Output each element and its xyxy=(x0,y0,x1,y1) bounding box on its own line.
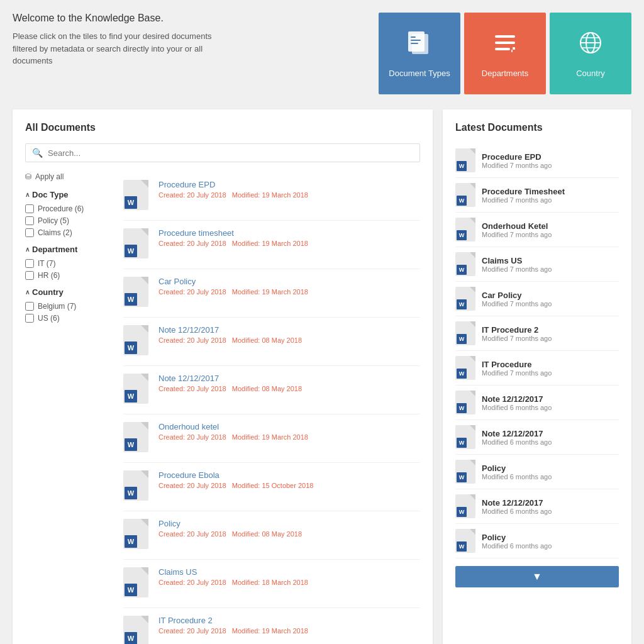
latest-doc-icon: W xyxy=(455,321,475,345)
latest-doc-icon: W xyxy=(455,218,475,242)
filter-group-country: ∧ Country Belgium (7) US (6) xyxy=(25,287,113,323)
filter-it-checkbox[interactable] xyxy=(25,259,34,268)
document-item: W Note 12/12/2017 Created: 20 July 2018 … xyxy=(123,366,420,414)
doc-title[interactable]: Claims US xyxy=(158,567,420,577)
filter-belgium-checkbox[interactable] xyxy=(25,302,34,311)
document-item: W Onderhoud ketel Created: 20 July 2018 … xyxy=(123,414,420,463)
doc-title[interactable]: Procedure EPD xyxy=(158,180,420,189)
latest-doc-meta: Modified 6 months ago xyxy=(482,438,619,446)
doc-details: Claims US Created: 20 July 2018 Modified… xyxy=(158,567,420,586)
latest-word-badge: W xyxy=(457,541,467,552)
latest-word-badge: W xyxy=(457,369,467,379)
country-icon xyxy=(577,29,604,62)
word-badge: W xyxy=(125,196,137,209)
latest-documents-title: Latest Documents xyxy=(455,122,619,133)
filter-us-label: US (6) xyxy=(38,314,60,323)
doc-details: Policy Created: 20 July 2018 Modified: 0… xyxy=(158,519,420,538)
latest-doc-meta: Modified 7 months ago xyxy=(482,335,619,342)
welcome-text: Welcome to the Knowledge Base. Please cl… xyxy=(13,13,214,67)
latest-doc-meta: Modified 7 months ago xyxy=(482,231,619,238)
latest-doc-title[interactable]: Procedure Timesheet xyxy=(482,187,619,196)
doc-file-icon: W xyxy=(123,180,148,210)
doc-meta: Created: 20 July 2018 Modified: 19 March… xyxy=(158,627,420,635)
latest-doc-title[interactable]: Claims US xyxy=(482,256,619,265)
latest-doc-info: Onderhoud Ketel Modified 7 months ago xyxy=(482,221,619,238)
tile-document-types[interactable]: Document Types xyxy=(379,13,460,94)
filter-department-toggle[interactable]: ∧ Department xyxy=(25,245,113,254)
latest-doc-title[interactable]: Car Policy xyxy=(482,291,619,300)
latest-doc-info: Procedure EPD Modified 7 months ago xyxy=(482,152,619,169)
welcome-desc: Please click on the tiles to find your d… xyxy=(13,30,214,67)
doc-title[interactable]: Car Policy xyxy=(158,277,420,286)
latest-doc-title[interactable]: Procedure EPD xyxy=(482,152,619,162)
doc-title[interactable]: Note 12/12/2017 xyxy=(158,374,420,383)
svg-rect-2 xyxy=(411,36,416,38)
search-bar[interactable]: 🔍 xyxy=(25,143,420,162)
latest-doc-title[interactable]: Note 12/12/2017 xyxy=(482,429,619,438)
svg-rect-7 xyxy=(495,48,510,50)
latest-doc-icon: W xyxy=(455,425,475,449)
tile-departments[interactable]: Departments xyxy=(464,13,546,94)
word-badge: W xyxy=(125,487,137,499)
doc-icon-wrapper: W xyxy=(123,277,151,309)
doc-icon-wrapper: W xyxy=(123,422,151,455)
search-input[interactable] xyxy=(48,148,413,158)
doc-title[interactable]: Onderhoud ketel xyxy=(158,422,420,431)
document-item: W Claims US Created: 20 July 2018 Modifi… xyxy=(123,560,420,608)
documents-list: W Procedure EPD Created: 20 July 2018 Mo… xyxy=(123,172,420,644)
doc-title[interactable]: Procedure timesheet xyxy=(158,228,420,238)
latest-doc-title[interactable]: Policy xyxy=(482,533,619,542)
word-badge: W xyxy=(125,245,137,257)
doc-meta: Created: 20 July 2018 Modified: 08 May 2… xyxy=(158,385,420,392)
filter-dept-hr[interactable]: HR (6) xyxy=(25,271,113,280)
filter-doc-type-label: Doc Type xyxy=(32,190,69,199)
svg-rect-6 xyxy=(495,42,515,44)
latest-doc-icon: W xyxy=(455,460,475,484)
latest-doc-item: W Note 12/12/2017 Modified 6 months ago xyxy=(455,489,619,524)
filter-country-toggle[interactable]: ∧ Country xyxy=(25,287,113,297)
latest-doc-meta: Modified 7 months ago xyxy=(482,300,619,308)
latest-doc-title[interactable]: Note 12/12/2017 xyxy=(482,394,619,404)
filter-claims-checkbox[interactable] xyxy=(25,228,34,237)
filter-policy-checkbox[interactable] xyxy=(25,216,34,225)
latest-doc-title[interactable]: Note 12/12/2017 xyxy=(482,498,619,508)
filter-hr-checkbox[interactable] xyxy=(25,271,34,280)
filter-doc-type-claims[interactable]: Claims (2) xyxy=(25,228,113,237)
latest-doc-info: Car Policy Modified 7 months ago xyxy=(482,291,619,308)
latest-doc-icon: W xyxy=(455,391,475,414)
apply-all-label: Apply all xyxy=(35,172,64,181)
latest-doc-title[interactable]: IT Procedure 2 xyxy=(482,325,619,335)
word-badge: W xyxy=(125,438,137,451)
doc-title[interactable]: IT Procedure 2 xyxy=(158,616,420,625)
word-badge: W xyxy=(125,632,137,644)
filter-procedure-label: Procedure (6) xyxy=(38,204,84,213)
latest-doc-meta: Modified 6 months ago xyxy=(482,508,619,515)
doc-file-icon: W xyxy=(123,616,148,644)
latest-doc-info: Claims US Modified 7 months ago xyxy=(482,256,619,273)
doc-file-icon: W xyxy=(123,277,148,307)
doc-title[interactable]: Note 12/12/2017 xyxy=(158,325,420,335)
load-more-button[interactable]: ▼ xyxy=(455,566,619,587)
filter-doc-type-policy[interactable]: Policy (5) xyxy=(25,216,113,225)
apply-all-button[interactable]: ⛁ Apply all xyxy=(25,172,113,181)
latest-doc-title[interactable]: IT Procedure xyxy=(482,360,619,369)
latest-doc-meta: Modified 6 months ago xyxy=(482,404,619,411)
filter-us-checkbox[interactable] xyxy=(25,314,34,323)
filter-country-belgium[interactable]: Belgium (7) xyxy=(25,302,113,311)
doc-file-icon: W xyxy=(123,325,148,355)
latest-word-badge: W xyxy=(457,472,467,482)
filter-dept-it[interactable]: IT (7) xyxy=(25,259,113,268)
doc-title[interactable]: Policy xyxy=(158,519,420,528)
filter-country-us[interactable]: US (6) xyxy=(25,314,113,323)
svg-rect-3 xyxy=(411,40,421,41)
filter-doc-type-procedure[interactable]: Procedure (6) xyxy=(25,204,113,213)
latest-doc-item: W IT Procedure 2 Modified 7 months ago xyxy=(455,316,619,351)
tile-country[interactable]: Country xyxy=(550,13,631,94)
doc-title[interactable]: Procedure Ebola xyxy=(158,470,420,480)
filter-doc-type-toggle[interactable]: ∧ Doc Type xyxy=(25,190,113,199)
filter-procedure-checkbox[interactable] xyxy=(25,204,34,213)
latest-doc-title[interactable]: Onderhoud Ketel xyxy=(482,221,619,231)
latest-doc-title[interactable]: Policy xyxy=(482,464,619,473)
latest-doc-icon: W xyxy=(455,529,475,553)
latest-doc-info: Note 12/12/2017 Modified 6 months ago xyxy=(482,394,619,411)
